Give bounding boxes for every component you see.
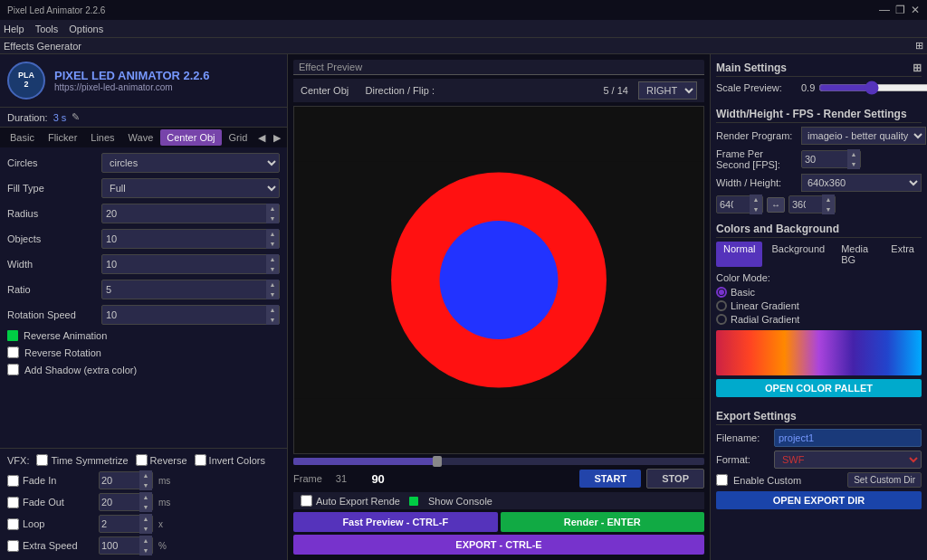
main-settings-expand[interactable]: ⊞	[913, 62, 922, 74]
tab-wave[interactable]: Wave	[122, 129, 160, 146]
color-tab-background[interactable]: Background	[764, 242, 832, 267]
objects-input[interactable]: 10	[102, 233, 266, 244]
duration-edit-icon[interactable]: ✎	[72, 111, 80, 123]
tab-grid[interactable]: Grid	[223, 129, 254, 146]
open-export-dir-button[interactable]: OPEN EXPORT DIR	[716, 491, 922, 509]
close-btn[interactable]: ✕	[911, 4, 920, 16]
vfx-time-sym[interactable]: Time Symmetrize	[36, 454, 128, 466]
right-panel: Main Settings ⊞ Scale Preview: 0.9 Width…	[710, 54, 927, 560]
tabs-prev[interactable]: ◀	[254, 130, 269, 146]
tab-basic[interactable]: Basic	[4, 129, 41, 146]
loop-down[interactable]: ▼	[139, 524, 152, 534]
circles-select[interactable]: circles	[101, 153, 280, 173]
fade-out-input[interactable]: 20	[100, 497, 139, 508]
width-down[interactable]: ▼	[750, 204, 762, 214]
radius-input[interactable]: 20	[102, 208, 266, 219]
tab-flicker[interactable]: Flicker	[42, 129, 83, 146]
start-button[interactable]: START	[579, 470, 641, 488]
color-gradient-display[interactable]	[716, 330, 922, 375]
fps-up[interactable]: ▲	[847, 149, 860, 159]
stop-button[interactable]: STOP	[646, 469, 704, 489]
fast-preview-button[interactable]: Fast Preview - CTRL-F	[293, 512, 498, 532]
fps-down[interactable]: ▼	[847, 159, 860, 169]
wh-link-btn[interactable]: ↔	[767, 197, 785, 213]
scrubber-row[interactable]	[293, 458, 704, 465]
radius-down[interactable]: ▼	[266, 214, 279, 223]
format-select[interactable]: SWF GIF MP4 AVI	[774, 451, 922, 469]
width-field[interactable]: 640	[717, 199, 750, 210]
vfx-reverse[interactable]: Reverse	[136, 454, 187, 466]
minimize-btn[interactable]: —	[879, 4, 890, 16]
tab-lines[interactable]: Lines	[84, 129, 120, 146]
height-down[interactable]: ▼	[822, 204, 835, 214]
rotation-speed-input[interactable]: 10	[102, 309, 266, 320]
direction-select[interactable]: RIGHT LEFT UP DOWN NONE	[638, 81, 697, 100]
fade-out-down[interactable]: ▼	[139, 502, 152, 512]
render-program-select[interactable]: imageio - better quality	[801, 127, 926, 145]
fade-in-input[interactable]: 20	[100, 475, 139, 486]
set-custom-dir-button[interactable]: Set Custom Dir	[847, 472, 922, 488]
reverse-anim-label[interactable]: Reverse Animation	[24, 330, 107, 341]
radius-up[interactable]: ▲	[266, 204, 279, 214]
height-up[interactable]: ▲	[822, 195, 835, 204]
reverse-rotation-check[interactable]	[7, 346, 19, 358]
width-input[interactable]: 10	[102, 259, 266, 270]
auto-export-checkbox[interactable]	[301, 495, 312, 507]
loop-input[interactable]: 2	[100, 518, 139, 529]
menu-options[interactable]: Options	[69, 24, 103, 34]
fade-in-down[interactable]: ▼	[139, 480, 152, 490]
fade-out-check[interactable]	[7, 497, 19, 508]
color-mode-linear[interactable]: Linear Gradient	[716, 300, 922, 311]
loop-up[interactable]: ▲	[139, 514, 152, 524]
reverse-rotation-label[interactable]: Reverse Rotation	[24, 347, 101, 358]
format-row: Format: SWF GIF MP4 AVI	[716, 451, 922, 469]
auto-export-check-label[interactable]: Auto Export Rende	[301, 495, 400, 507]
color-mode-basic[interactable]: Basic	[716, 287, 922, 298]
extra-speed-up[interactable]: ▲	[139, 536, 152, 546]
scale-preview-slider[interactable]	[818, 81, 927, 95]
width-up[interactable]: ▲	[266, 254, 279, 264]
loop-check[interactable]	[7, 518, 19, 530]
export-button[interactable]: EXPORT - CTRL-E	[293, 535, 704, 555]
enable-custom-check[interactable]	[716, 474, 728, 486]
export-settings-section: Export Settings Filename: project1 Forma…	[716, 408, 922, 509]
extra-speed-input[interactable]: 100	[100, 540, 139, 551]
color-mode-radial[interactable]: Radial Gradient	[716, 314, 922, 325]
show-console-label[interactable]: Show Console	[409, 496, 492, 507]
add-shadow-check[interactable]	[7, 364, 19, 375]
open-color-pallet-button[interactable]: OPEN COLOR PALLET	[716, 379, 922, 397]
color-tab-extra[interactable]: Extra	[884, 242, 922, 267]
tab-center-obj[interactable]: Center Obj	[160, 129, 221, 146]
extra-speed-spinbox: 100 ▲ ▼	[99, 536, 153, 555]
fps-input[interactable]: 30	[802, 154, 847, 165]
wh-select[interactable]: 640x360 1280x720 1920x1080	[801, 174, 922, 192]
ratio-down[interactable]: ▼	[266, 289, 279, 299]
fill-type-select[interactable]: Full	[101, 178, 280, 198]
fade-in-check[interactable]	[7, 475, 19, 487]
effects-bar-icon: ⊞	[915, 40, 923, 52]
color-tab-normal[interactable]: Normal	[716, 242, 762, 267]
rotation-speed-down[interactable]: ▼	[266, 315, 279, 325]
menu-help[interactable]: Help	[4, 24, 24, 34]
extra-speed-down[interactable]: ▼	[139, 546, 152, 555]
objects-down[interactable]: ▼	[266, 239, 279, 249]
height-field[interactable]: 360	[789, 199, 822, 210]
maximize-btn[interactable]: ❐	[895, 4, 905, 16]
ratio-input[interactable]: 5	[102, 284, 266, 295]
fade-in-up[interactable]: ▲	[139, 470, 152, 480]
filename-input[interactable]: project1	[774, 429, 922, 447]
vfx-invert-colors[interactable]: Invert Colors	[195, 454, 265, 466]
add-shadow-label[interactable]: Add Shadow (extra color)	[24, 365, 137, 375]
scrubber-handle[interactable]	[433, 456, 442, 467]
color-tab-media-bg[interactable]: Media BG	[834, 242, 882, 267]
rotation-speed-up[interactable]: ▲	[266, 305, 279, 315]
width-down[interactable]: ▼	[266, 264, 279, 274]
extra-speed-check[interactable]	[7, 540, 19, 552]
tabs-next[interactable]: ▶	[270, 130, 284, 146]
ratio-up[interactable]: ▲	[266, 280, 279, 289]
fade-out-up[interactable]: ▲	[139, 492, 152, 502]
objects-up[interactable]: ▲	[266, 229, 279, 239]
menu-tools[interactable]: Tools	[35, 24, 59, 34]
render-button[interactable]: Render - ENTER	[501, 512, 705, 532]
width-up[interactable]: ▲	[750, 195, 762, 204]
